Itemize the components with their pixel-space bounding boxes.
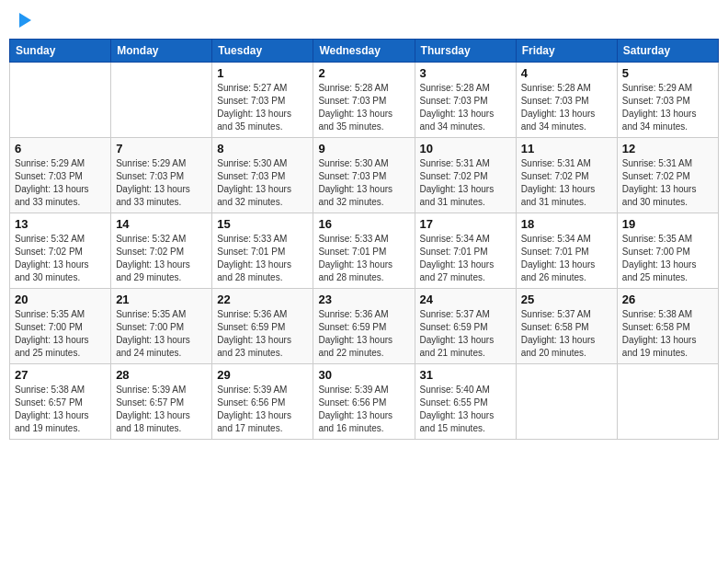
- day-info: Sunrise: 5:32 AM Sunset: 7:02 PM Dayligh…: [15, 233, 106, 284]
- day-number: 7: [116, 142, 207, 155]
- day-info: Sunrise: 5:39 AM Sunset: 6:57 PM Dayligh…: [116, 384, 207, 435]
- column-header-wednesday: Wednesday: [313, 40, 415, 63]
- day-info: Sunrise: 5:35 AM Sunset: 7:00 PM Dayligh…: [622, 233, 713, 284]
- day-info: Sunrise: 5:39 AM Sunset: 6:56 PM Dayligh…: [217, 384, 308, 435]
- day-number: 26: [622, 293, 713, 306]
- calendar-cell: 31Sunrise: 5:40 AM Sunset: 6:55 PM Dayli…: [415, 364, 516, 440]
- calendar-cell: 19Sunrise: 5:35 AM Sunset: 7:00 PM Dayli…: [617, 213, 718, 289]
- calendar-week-row: 13Sunrise: 5:32 AM Sunset: 7:02 PM Dayli…: [10, 213, 719, 289]
- calendar-week-row: 6Sunrise: 5:29 AM Sunset: 7:03 PM Daylig…: [10, 138, 719, 213]
- day-info: Sunrise: 5:35 AM Sunset: 7:00 PM Dayligh…: [15, 308, 106, 360]
- calendar-cell: 21Sunrise: 5:35 AM Sunset: 7:00 PM Dayli…: [111, 289, 212, 364]
- calendar-cell: 2Sunrise: 5:28 AM Sunset: 7:03 PM Daylig…: [313, 63, 415, 138]
- day-number: 30: [318, 368, 409, 382]
- day-info: Sunrise: 5:28 AM Sunset: 7:03 PM Dayligh…: [318, 82, 409, 133]
- calendar-cell: 28Sunrise: 5:39 AM Sunset: 6:57 PM Dayli…: [111, 364, 212, 440]
- column-header-friday: Friday: [516, 40, 617, 63]
- day-number: 5: [622, 66, 713, 80]
- day-number: 21: [116, 293, 207, 306]
- day-number: 13: [15, 217, 106, 231]
- day-info: Sunrise: 5:32 AM Sunset: 7:02 PM Dayligh…: [116, 233, 207, 284]
- day-info: Sunrise: 5:37 AM Sunset: 6:59 PM Dayligh…: [420, 308, 511, 360]
- day-info: Sunrise: 5:34 AM Sunset: 7:01 PM Dayligh…: [521, 233, 612, 284]
- day-info: Sunrise: 5:38 AM Sunset: 6:57 PM Dayligh…: [15, 384, 106, 435]
- calendar-cell: 17Sunrise: 5:34 AM Sunset: 7:01 PM Dayli…: [415, 213, 516, 289]
- calendar-week-row: 20Sunrise: 5:35 AM Sunset: 7:00 PM Dayli…: [10, 289, 719, 364]
- logo: [17, 13, 33, 28]
- calendar-cell: 26Sunrise: 5:38 AM Sunset: 6:58 PM Dayli…: [617, 289, 718, 364]
- calendar-cell: 6Sunrise: 5:29 AM Sunset: 7:03 PM Daylig…: [10, 138, 111, 213]
- day-info: Sunrise: 5:30 AM Sunset: 7:03 PM Dayligh…: [217, 157, 308, 209]
- calendar-cell: [516, 364, 617, 440]
- calendar-cell: [617, 364, 718, 440]
- day-info: Sunrise: 5:29 AM Sunset: 7:03 PM Dayligh…: [15, 157, 106, 209]
- day-info: Sunrise: 5:33 AM Sunset: 7:01 PM Dayligh…: [217, 233, 308, 284]
- day-info: Sunrise: 5:28 AM Sunset: 7:03 PM Dayligh…: [521, 82, 612, 133]
- day-info: Sunrise: 5:36 AM Sunset: 6:59 PM Dayligh…: [318, 308, 409, 360]
- day-number: 28: [116, 368, 207, 382]
- calendar-cell: 25Sunrise: 5:37 AM Sunset: 6:58 PM Dayli…: [516, 289, 617, 364]
- calendar-cell: 18Sunrise: 5:34 AM Sunset: 7:01 PM Dayli…: [516, 213, 617, 289]
- calendar-cell: 11Sunrise: 5:31 AM Sunset: 7:02 PM Dayli…: [516, 138, 617, 213]
- day-info: Sunrise: 5:29 AM Sunset: 7:03 PM Dayligh…: [622, 82, 713, 133]
- day-number: 8: [217, 142, 308, 155]
- day-number: 29: [217, 368, 308, 382]
- day-info: Sunrise: 5:31 AM Sunset: 7:02 PM Dayligh…: [622, 157, 713, 209]
- calendar-cell: 13Sunrise: 5:32 AM Sunset: 7:02 PM Dayli…: [10, 213, 111, 289]
- column-header-monday: Monday: [111, 40, 212, 63]
- day-info: Sunrise: 5:34 AM Sunset: 7:01 PM Dayligh…: [420, 233, 511, 284]
- calendar-cell: 30Sunrise: 5:39 AM Sunset: 6:56 PM Dayli…: [313, 364, 415, 440]
- calendar-cell: 4Sunrise: 5:28 AM Sunset: 7:03 PM Daylig…: [516, 63, 617, 138]
- calendar-table: SundayMondayTuesdayWednesdayThursdayFrid…: [9, 39, 719, 440]
- day-number: 27: [15, 368, 106, 382]
- calendar-cell: 8Sunrise: 5:30 AM Sunset: 7:03 PM Daylig…: [212, 138, 313, 213]
- day-number: 6: [15, 142, 106, 155]
- calendar-week-row: 1Sunrise: 5:27 AM Sunset: 7:03 PM Daylig…: [10, 63, 719, 138]
- calendar-cell: 3Sunrise: 5:28 AM Sunset: 7:03 PM Daylig…: [415, 63, 516, 138]
- calendar-cell: 12Sunrise: 5:31 AM Sunset: 7:02 PM Dayli…: [617, 138, 718, 213]
- day-number: 24: [420, 293, 511, 306]
- day-number: 18: [521, 217, 612, 231]
- calendar-cell: 23Sunrise: 5:36 AM Sunset: 6:59 PM Dayli…: [313, 289, 415, 364]
- day-info: Sunrise: 5:35 AM Sunset: 7:00 PM Dayligh…: [116, 308, 207, 360]
- calendar-cell: 24Sunrise: 5:37 AM Sunset: 6:59 PM Dayli…: [415, 289, 516, 364]
- day-number: 23: [318, 293, 409, 306]
- calendar-cell: [10, 63, 111, 138]
- day-number: 1: [217, 66, 308, 80]
- calendar-cell: 5Sunrise: 5:29 AM Sunset: 7:03 PM Daylig…: [617, 63, 718, 138]
- calendar-cell: 10Sunrise: 5:31 AM Sunset: 7:02 PM Dayli…: [415, 138, 516, 213]
- day-info: Sunrise: 5:37 AM Sunset: 6:58 PM Dayligh…: [521, 308, 612, 360]
- day-number: 4: [521, 66, 612, 80]
- day-info: Sunrise: 5:31 AM Sunset: 7:02 PM Dayligh…: [420, 157, 511, 209]
- day-number: 9: [318, 142, 409, 155]
- day-info: Sunrise: 5:38 AM Sunset: 6:58 PM Dayligh…: [622, 308, 713, 360]
- day-number: 10: [420, 142, 511, 155]
- column-header-sunday: Sunday: [10, 40, 111, 63]
- day-number: 14: [116, 217, 207, 231]
- day-number: 17: [420, 217, 511, 231]
- calendar-cell: 22Sunrise: 5:36 AM Sunset: 6:59 PM Dayli…: [212, 289, 313, 364]
- calendar-cell: 15Sunrise: 5:33 AM Sunset: 7:01 PM Dayli…: [212, 213, 313, 289]
- calendar-cell: [111, 63, 212, 138]
- calendar-cell: 16Sunrise: 5:33 AM Sunset: 7:01 PM Dayli…: [313, 213, 415, 289]
- day-info: Sunrise: 5:39 AM Sunset: 6:56 PM Dayligh…: [318, 384, 409, 435]
- day-info: Sunrise: 5:33 AM Sunset: 7:01 PM Dayligh…: [318, 233, 409, 284]
- day-number: 20: [15, 293, 106, 306]
- day-number: 31: [420, 368, 511, 382]
- column-header-saturday: Saturday: [617, 40, 718, 63]
- day-number: 12: [622, 142, 713, 155]
- day-info: Sunrise: 5:27 AM Sunset: 7:03 PM Dayligh…: [217, 82, 308, 133]
- calendar-cell: 29Sunrise: 5:39 AM Sunset: 6:56 PM Dayli…: [212, 364, 313, 440]
- day-number: 2: [318, 66, 409, 80]
- day-info: Sunrise: 5:36 AM Sunset: 6:59 PM Dayligh…: [217, 308, 308, 360]
- day-number: 11: [521, 142, 612, 155]
- calendar-cell: 9Sunrise: 5:30 AM Sunset: 7:03 PM Daylig…: [313, 138, 415, 213]
- calendar-cell: 1Sunrise: 5:27 AM Sunset: 7:03 PM Daylig…: [212, 63, 313, 138]
- day-info: Sunrise: 5:29 AM Sunset: 7:03 PM Dayligh…: [116, 157, 207, 209]
- day-info: Sunrise: 5:28 AM Sunset: 7:03 PM Dayligh…: [420, 82, 511, 133]
- calendar-cell: 14Sunrise: 5:32 AM Sunset: 7:02 PM Dayli…: [111, 213, 212, 289]
- day-number: 19: [622, 217, 713, 231]
- calendar-week-row: 27Sunrise: 5:38 AM Sunset: 6:57 PM Dayli…: [10, 364, 719, 440]
- column-header-thursday: Thursday: [415, 40, 516, 63]
- calendar-cell: 7Sunrise: 5:29 AM Sunset: 7:03 PM Daylig…: [111, 138, 212, 213]
